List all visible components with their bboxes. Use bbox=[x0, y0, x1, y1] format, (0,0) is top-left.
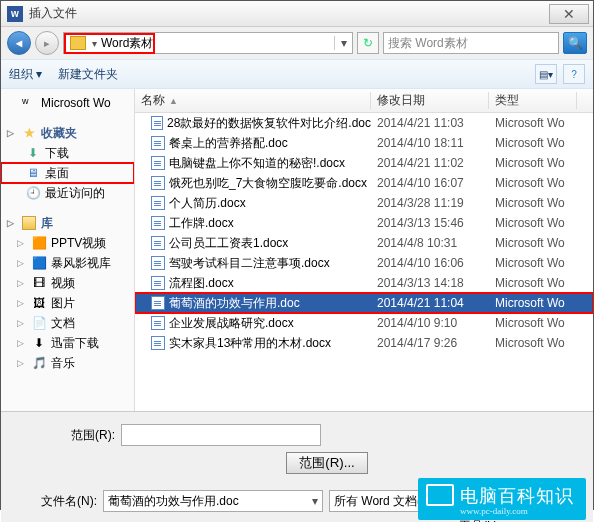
file-row[interactable]: 饿死也别吃_7大食物空腹吃要命.docx2014/4/10 16:07Micro… bbox=[135, 173, 593, 193]
tree-downloads[interactable]: ⬇下载 bbox=[1, 143, 134, 163]
doc-icon bbox=[151, 116, 163, 130]
file-date: 2014/3/13 15:46 bbox=[371, 216, 489, 230]
file-row[interactable]: 28款最好的数据恢复软件对比介绍.doc2014/4/21 11:03Micro… bbox=[135, 113, 593, 133]
file-type: Microsoft Wo bbox=[489, 296, 593, 310]
tree-documents[interactable]: ▷📄文档 bbox=[1, 313, 134, 333]
tree-pptv[interactable]: ▷🟧PPTV视频 bbox=[1, 233, 134, 253]
filename-label: 文件名(N): bbox=[41, 493, 97, 510]
file-list[interactable]: 28款最好的数据恢复软件对比介绍.doc2014/4/21 11:03Micro… bbox=[135, 113, 593, 353]
file-row[interactable]: 流程图.docx2014/3/13 14:18Microsoft Wo bbox=[135, 273, 593, 293]
doc-icon bbox=[151, 176, 165, 190]
file-date: 2014/4/21 11:03 bbox=[371, 116, 489, 130]
file-row[interactable]: 驾驶考试科目二注意事项.docx2014/4/10 16:06Microsoft… bbox=[135, 253, 593, 273]
search-input[interactable]: 搜索 Word素材 bbox=[383, 32, 559, 54]
file-name: 工作牌.docx bbox=[169, 215, 234, 232]
file-date: 2014/4/21 11:04 bbox=[371, 296, 489, 310]
dropdown-icon[interactable]: ▾ bbox=[334, 36, 352, 50]
file-type: Microsoft Wo bbox=[489, 316, 593, 330]
doc-icon bbox=[151, 316, 165, 330]
tree-music[interactable]: ▷🎵音乐 bbox=[1, 353, 134, 373]
file-name: 实木家具13种常用的木材.docx bbox=[169, 335, 331, 352]
forward-button[interactable]: ▸ bbox=[35, 31, 59, 55]
file-name: 驾驶考试科目二注意事项.docx bbox=[169, 255, 330, 272]
view-button[interactable]: ▤▾ bbox=[535, 64, 557, 84]
file-name: 饿死也别吃_7大食物空腹吃要命.docx bbox=[169, 175, 367, 192]
back-button[interactable]: ◄ bbox=[7, 31, 31, 55]
file-list-pane: 名称▲ 修改日期 类型 28款最好的数据恢复软件对比介绍.doc2014/4/2… bbox=[135, 89, 593, 411]
tree-pictures[interactable]: ▷🖼图片 bbox=[1, 293, 134, 313]
doc-icon bbox=[151, 216, 165, 230]
word-icon: w bbox=[7, 6, 23, 22]
tree-libraries-header[interactable]: ▷库 bbox=[1, 213, 134, 233]
column-headers[interactable]: 名称▲ 修改日期 类型 bbox=[135, 89, 593, 113]
toolbar: 组织 ▾ 新建文件夹 ▤▾ ? bbox=[1, 59, 593, 89]
doc-icon bbox=[151, 296, 165, 310]
titlebar: w 插入文件 ✕ bbox=[1, 1, 593, 27]
file-row[interactable]: 工作牌.docx2014/3/13 15:46Microsoft Wo bbox=[135, 213, 593, 233]
help-button[interactable]: ? bbox=[563, 64, 585, 84]
file-row[interactable]: 电脑键盘上你不知道的秘密!.docx2014/4/21 11:02Microso… bbox=[135, 153, 593, 173]
col-name: 名称▲ bbox=[135, 92, 371, 109]
file-row[interactable]: 公司员工工资表1.docx2014/4/8 10:31Microsoft Wo bbox=[135, 233, 593, 253]
file-date: 2014/4/21 11:02 bbox=[371, 156, 489, 170]
doc-icon bbox=[151, 276, 165, 290]
filename-input[interactable]: 葡萄酒的功效与作用.doc▾ bbox=[103, 490, 323, 512]
file-type: Microsoft Wo bbox=[489, 116, 593, 130]
doc-icon bbox=[151, 196, 165, 210]
file-name: 公司员工工资表1.docx bbox=[169, 235, 288, 252]
nav-row: ◄ ▸ ▾ Word素材 ▾ ↻ 搜索 Word素材 🔍 bbox=[1, 27, 593, 59]
col-date: 修改日期 bbox=[371, 92, 489, 109]
file-type: Microsoft Wo bbox=[489, 276, 593, 290]
nav-tree[interactable]: wMicrosoft Wo ▷★收藏夹 ⬇下载 🖥桌面 🕘最近访问的 ▷库 ▷🟧… bbox=[1, 89, 135, 411]
file-type: Microsoft Wo bbox=[489, 176, 593, 190]
range-button[interactable]: 范围(R)... bbox=[286, 452, 368, 474]
file-name: 葡萄酒的功效与作用.doc bbox=[169, 295, 300, 312]
address-bar[interactable]: ▾ Word素材 ▾ bbox=[63, 32, 353, 54]
file-type: Microsoft Wo bbox=[489, 196, 593, 210]
file-type: Microsoft Wo bbox=[489, 236, 593, 250]
path-segment: Word素材 bbox=[99, 35, 153, 52]
file-name: 个人简历.docx bbox=[169, 195, 246, 212]
file-row[interactable]: 餐桌上的营养搭配.doc2014/4/10 18:11Microsoft Wo bbox=[135, 133, 593, 153]
file-name: 餐桌上的营养搭配.doc bbox=[169, 135, 288, 152]
file-name: 28款最好的数据恢复软件对比介绍.doc bbox=[167, 115, 371, 132]
refresh-button[interactable]: ↻ bbox=[357, 32, 379, 54]
doc-icon bbox=[151, 336, 165, 350]
file-row[interactable]: 企业发展战略研究.docx2014/4/10 9:10Microsoft Wo bbox=[135, 313, 593, 333]
tree-storm[interactable]: ▷🟦暴风影视库 bbox=[1, 253, 134, 273]
file-row[interactable]: 个人简历.docx2014/3/28 11:19Microsoft Wo bbox=[135, 193, 593, 213]
close-button[interactable]: ✕ bbox=[549, 4, 589, 24]
tree-msword[interactable]: wMicrosoft Wo bbox=[1, 93, 134, 113]
file-type: Microsoft Wo bbox=[489, 216, 593, 230]
file-date: 2014/4/8 10:31 bbox=[371, 236, 489, 250]
file-type: Microsoft Wo bbox=[489, 336, 593, 350]
file-name: 电脑键盘上你不知道的秘密!.docx bbox=[169, 155, 345, 172]
doc-icon bbox=[151, 236, 165, 250]
file-date: 2014/3/28 11:19 bbox=[371, 196, 489, 210]
sort-asc-icon: ▲ bbox=[165, 96, 182, 106]
file-type: Microsoft Wo bbox=[489, 136, 593, 150]
file-date: 2014/4/10 9:10 bbox=[371, 316, 489, 330]
doc-icon bbox=[151, 256, 165, 270]
tree-desktop[interactable]: 🖥桌面 bbox=[1, 163, 134, 183]
tree-xunlei[interactable]: ▷⬇迅雷下载 bbox=[1, 333, 134, 353]
file-name: 流程图.docx bbox=[169, 275, 234, 292]
file-type: Microsoft Wo bbox=[489, 156, 593, 170]
dialog-title: 插入文件 bbox=[29, 5, 77, 22]
file-row[interactable]: 葡萄酒的功效与作用.doc2014/4/21 11:04Microsoft Wo bbox=[135, 293, 593, 313]
file-name: 企业发展战略研究.docx bbox=[169, 315, 294, 332]
folder-icon bbox=[70, 36, 86, 50]
file-row[interactable]: 实木家具13种常用的木材.docx2014/4/17 9:26Microsoft… bbox=[135, 333, 593, 353]
search-button[interactable]: 🔍 bbox=[563, 32, 587, 54]
col-type: 类型 bbox=[489, 92, 577, 109]
tree-favorites-header[interactable]: ▷★收藏夹 bbox=[1, 123, 134, 143]
range-input[interactable] bbox=[121, 424, 321, 446]
file-date: 2014/4/10 16:06 bbox=[371, 256, 489, 270]
tree-video[interactable]: ▷🎞视频 bbox=[1, 273, 134, 293]
tree-recent[interactable]: 🕘最近访问的 bbox=[1, 183, 134, 203]
organize-menu[interactable]: 组织 ▾ bbox=[9, 66, 42, 83]
range-label: 范围(R): bbox=[71, 427, 115, 444]
search-placeholder: 搜索 Word素材 bbox=[388, 35, 468, 52]
new-folder-button[interactable]: 新建文件夹 bbox=[58, 66, 118, 83]
file-type: Microsoft Wo bbox=[489, 256, 593, 270]
